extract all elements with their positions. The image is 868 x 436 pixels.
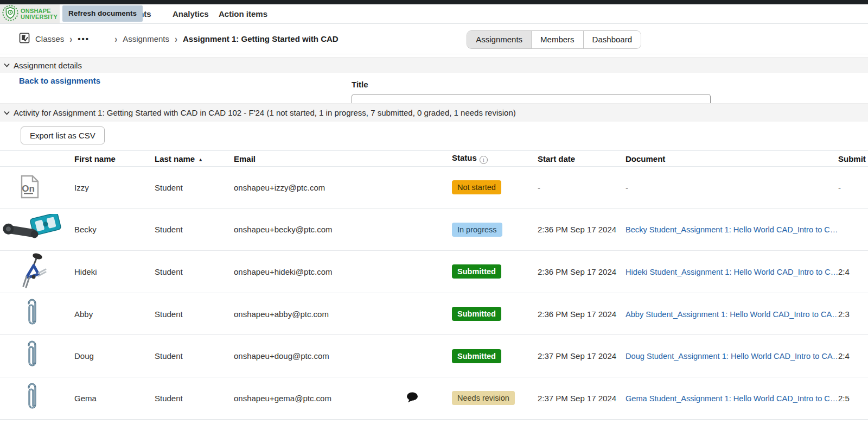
tab-analytics[interactable]: Analytics <box>173 4 209 24</box>
email-cell: onshapeu+hideki@ptc.com <box>234 267 374 276</box>
view-tab-members[interactable]: Members <box>531 31 583 48</box>
chevron-right-icon: › <box>69 33 72 44</box>
onshape-document-placeholder-icon: On <box>20 175 40 200</box>
email-cell: onshapeu+abby@ptc.com <box>234 309 374 319</box>
header-status[interactable]: Statusi <box>452 153 538 164</box>
assignment-details-content: Back to assignments Title <box>0 73 868 103</box>
start-date-cell: 2:37 PM Sep 17 2024 <box>538 394 626 403</box>
breadcrumb: Classes › ••• › Assignments › Assignment… <box>19 33 339 45</box>
first-name-cell: Izzy <box>74 183 155 192</box>
app-header: ONSHAPE UNIVERSITY Documents Analytics A… <box>0 4 868 24</box>
export-csv-button[interactable]: Export list as CSV <box>21 127 105 144</box>
assignment-details-title: Assignment details <box>14 61 82 70</box>
email-cell: onshapeu+izzy@ptc.com <box>234 183 374 192</box>
status-badge: Submitted <box>452 349 501 363</box>
table-row: Gema Student onshapeu+gema@ptc.com Needs… <box>0 377 868 420</box>
breadcrumb-assignments[interactable]: Assignments <box>123 34 169 43</box>
last-name-cell: Student <box>155 309 234 319</box>
status-badge: Not started <box>452 180 501 194</box>
first-name-cell: Gema <box>74 394 155 403</box>
chevron-right-icon: › <box>175 33 177 44</box>
document-link[interactable]: Doug Student_Assignment 1: Hello World C… <box>626 352 838 361</box>
chevron-down-icon <box>4 63 10 67</box>
tab-action-items[interactable]: Action items <box>219 4 267 24</box>
logo-emblem-icon <box>2 4 19 24</box>
paperclip-model-thumbnail[interactable] <box>24 296 39 332</box>
submit-date-cell: 2:3 <box>838 309 868 319</box>
last-name-cell: Student <box>155 267 234 276</box>
breadcrumb-ellipsis[interactable]: ••• <box>78 34 90 43</box>
first-name-cell: Abby <box>74 309 155 319</box>
sort-ascending-icon: ▲ <box>198 157 203 162</box>
activity-section-header[interactable]: Activity for Assignment 1: Getting Start… <box>0 103 868 122</box>
last-name-cell: Student <box>155 351 234 361</box>
breadcrumb-row: Classes › ••• › Assignments › Assignment… <box>0 24 868 54</box>
title-input[interactable] <box>352 94 711 103</box>
breadcrumb-current-assignment: Assignment 1: Getting Started with CAD <box>183 34 339 43</box>
last-name-cell: Student <box>155 183 234 192</box>
top-black-bar <box>0 0 868 4</box>
submit-date-cell: - <box>838 183 868 192</box>
email-cell: onshapeu+gema@ptc.com <box>234 394 374 403</box>
paperclip-model-thumbnail[interactable] <box>24 381 39 416</box>
email-cell: onshapeu+doug@ptc.com <box>234 351 374 361</box>
chevron-right-icon: › <box>114 33 117 44</box>
table-row: Becky Student onshapeu+becky@ptc.com In … <box>0 209 868 251</box>
last-name-cell: Student <box>155 394 234 403</box>
table-header-row: First name Last name▲ Email Statusi Star… <box>0 150 868 167</box>
submit-date-cell: 2:4 <box>838 351 868 361</box>
view-tab-dashboard[interactable]: Dashboard <box>583 31 641 48</box>
table-row: On Izzy Student onshapeu+izzy@ptc.com No… <box>0 167 868 209</box>
header-submit-date[interactable]: Submit date <box>838 154 868 163</box>
submit-date-cell: 2:4 <box>838 267 868 276</box>
document-link[interactable]: Gema Student_Assignment 1: Hello World C… <box>626 394 838 403</box>
document-cell: - <box>626 183 628 192</box>
assignment-details-section-header[interactable]: Assignment details <box>0 57 868 73</box>
classes-icon <box>19 33 30 45</box>
svg-text:On: On <box>22 184 35 194</box>
pedal-model-thumbnail[interactable] <box>1 214 62 245</box>
document-link[interactable]: Hideki Student_Assignment 1: Hello World… <box>626 268 838 276</box>
comment-bubble-icon[interactable] <box>406 392 419 405</box>
view-switcher: Assignments Members Dashboard <box>467 30 641 49</box>
start-date-cell: 2:36 PM Sep 17 2024 <box>538 267 626 276</box>
chevron-down-icon <box>4 111 10 115</box>
document-link[interactable]: Abby Student_Assignment 1: Hello World C… <box>626 310 838 319</box>
email-cell: onshapeu+becky@ptc.com <box>234 225 374 234</box>
breadcrumb-classes[interactable]: Classes <box>35 34 64 43</box>
status-badge: Needs revision <box>452 391 515 405</box>
logo-text: ONSHAPE UNIVERSITY <box>21 8 58 20</box>
paperclip-model-thumbnail[interactable] <box>24 338 39 374</box>
table-row: Abby Student onshapeu+abby@ptc.com Submi… <box>0 293 868 336</box>
submit-date-cell: 2:5 <box>838 394 868 403</box>
header-document[interactable]: Document <box>626 154 838 163</box>
onshape-university-logo[interactable]: ONSHAPE UNIVERSITY <box>0 4 60 23</box>
document-link[interactable]: Becky Student_Assignment 1: Hello World … <box>626 225 838 234</box>
status-badge: Submitted <box>452 264 501 279</box>
last-name-cell: Student <box>155 225 234 234</box>
view-tab-assignments[interactable]: Assignments <box>467 31 531 48</box>
header-email[interactable]: Email <box>234 154 374 163</box>
status-badge: Submitted <box>452 307 501 321</box>
title-field-label: Title <box>352 80 368 89</box>
start-date-cell: 2:36 PM Sep 17 2024 <box>538 309 626 319</box>
export-row: Export list as CSV <box>0 122 868 150</box>
table-row: Hideki Student onshapeu+hideki@ptc.com S… <box>0 251 868 293</box>
start-date-cell: - <box>538 183 626 192</box>
first-name-cell: Hideki <box>74 267 155 276</box>
status-info-icon[interactable]: i <box>480 156 488 164</box>
bike-model-thumbnail[interactable] <box>17 251 48 292</box>
first-name-cell: Doug <box>74 351 155 361</box>
back-to-assignments-link[interactable]: Back to assignments <box>19 76 100 85</box>
start-date-cell: 2:37 PM Sep 17 2024 <box>538 351 626 361</box>
first-name-cell: Becky <box>74 225 155 234</box>
refresh-documents-tooltip: Refresh documents <box>62 5 143 22</box>
header-start-date[interactable]: Start date <box>538 154 626 163</box>
header-first-name[interactable]: First name <box>74 154 155 163</box>
activity-section-title: Activity for Assignment 1: Getting Start… <box>14 108 516 117</box>
table-row: Doug Student onshapeu+doug@ptc.com Submi… <box>0 335 868 377</box>
start-date-cell: 2:36 PM Sep 17 2024 <box>538 225 626 234</box>
status-badge: In progress <box>452 223 502 237</box>
header-last-name[interactable]: Last name▲ <box>155 154 234 163</box>
